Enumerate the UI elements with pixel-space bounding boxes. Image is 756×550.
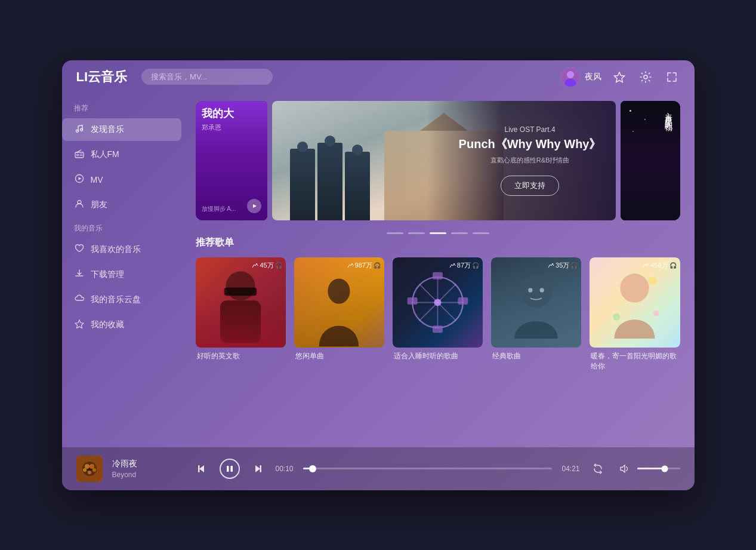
prev-btn[interactable] xyxy=(193,460,210,477)
app-window: LI云音乐 夜风 xyxy=(62,60,695,490)
svg-point-41 xyxy=(88,471,91,474)
svg-point-40 xyxy=(83,468,87,472)
banner-left-title: 我的大 xyxy=(202,107,261,121)
sidebar-label-mv: MV xyxy=(91,175,103,185)
svg-point-28 xyxy=(520,275,552,307)
svg-marker-13 xyxy=(75,320,84,328)
svg-point-42 xyxy=(92,468,96,472)
banner-right[interactable]: 来自星星的礼物 xyxy=(621,101,680,220)
banner-main[interactable]: Live OST Part.4 Punch《Why Why Why》 直戳心底的… xyxy=(272,101,616,220)
banner-main-subtitle: Live OST Part.4 xyxy=(459,125,601,134)
svg-point-31 xyxy=(621,274,649,302)
banner-left-subtitle: 郑承恩 xyxy=(202,123,261,132)
playlist-card-2[interactable]: 987万🎧 悠闲单曲 xyxy=(294,257,384,371)
player-song-title: 冷雨夜 xyxy=(112,459,184,469)
avatar xyxy=(561,67,580,87)
progress-container[interactable] xyxy=(303,468,553,469)
volume-icon-btn[interactable] xyxy=(616,460,632,477)
settings-icon-btn[interactable] xyxy=(637,69,654,85)
sidebar-item-discover[interactable]: 发现音乐 xyxy=(62,118,181,141)
volume-track[interactable] xyxy=(637,468,680,469)
svg-rect-46 xyxy=(260,465,261,472)
banner-left-play[interactable] xyxy=(247,199,261,213)
volume-fill xyxy=(637,468,665,469)
svg-rect-27 xyxy=(458,297,468,305)
sidebar-item-cloud[interactable]: 我的音乐云盘 xyxy=(62,288,181,311)
svg-rect-44 xyxy=(227,466,229,472)
progress-thumb[interactable] xyxy=(309,465,316,472)
loop-btn[interactable] xyxy=(590,460,606,477)
sidebar-label-cloud: 我的音乐云盘 xyxy=(91,294,141,305)
svg-point-4 xyxy=(644,75,647,79)
banner-dots xyxy=(196,232,680,234)
svg-point-33 xyxy=(613,313,621,320)
sidebar-item-mv[interactable]: MV xyxy=(62,168,181,191)
person-icon xyxy=(74,199,85,211)
playlist-card-3[interactable]: 87万🎧 适合入睡时听的歌曲 xyxy=(393,257,483,371)
main-content: 推荐 发现音乐 xyxy=(62,94,695,447)
sidebar-item-privatefm[interactable]: 私人FM xyxy=(62,143,181,166)
svg-point-1 xyxy=(567,71,574,78)
sidebar-label-friends: 朋友 xyxy=(91,199,107,210)
count-4: 35万 xyxy=(556,261,569,270)
user-info: 夜风 xyxy=(561,67,601,87)
current-time: 00:10 xyxy=(276,465,294,473)
expand-icon-btn[interactable] xyxy=(664,69,680,85)
count-3: 87万 xyxy=(457,261,471,270)
playlist-name-4: 经典歌曲 xyxy=(491,351,581,361)
playlist-card-4[interactable]: 35万🎧 经典歌曲 xyxy=(491,257,581,371)
player-info: 冷雨夜 Beyond xyxy=(112,459,184,479)
mymusic-section-label: 我的音乐 xyxy=(62,219,181,236)
volume-thumb[interactable] xyxy=(662,465,668,472)
sidebar-item-liked[interactable]: 我喜欢的音乐 xyxy=(62,238,181,261)
star-icon-btn[interactable] xyxy=(611,69,628,85)
banner-dot-1[interactable] xyxy=(387,232,403,234)
svg-point-6 xyxy=(80,128,82,131)
banner-dot-4[interactable] xyxy=(451,232,468,234)
svg-point-29 xyxy=(528,288,532,292)
svg-point-32 xyxy=(649,276,658,285)
playlist-name-2: 悠闲单曲 xyxy=(294,351,384,361)
sidebar-label-download: 下载管理 xyxy=(91,269,124,280)
playlist-name-3: 适合入睡时听的歌曲 xyxy=(393,351,483,361)
total-time: 04:21 xyxy=(561,465,579,473)
banner-main-desc: 直戳心底的感性R&B抒情曲 xyxy=(459,156,601,165)
sidebar-label-favorites: 我的收藏 xyxy=(91,319,124,330)
svg-rect-24 xyxy=(433,272,443,279)
sidebar-item-favorites[interactable]: 我的收藏 xyxy=(62,314,181,336)
radio-icon xyxy=(74,149,85,161)
player-controls xyxy=(193,459,266,479)
right-content: 我的大 郑承恩 放慢脚步 A... xyxy=(181,94,695,447)
download-icon xyxy=(74,269,85,281)
banner-support-btn[interactable]: 立即支持 xyxy=(501,176,559,196)
player-bar: 冷雨夜 Beyond xyxy=(62,447,695,490)
player-album-art xyxy=(76,456,103,482)
svg-marker-3 xyxy=(614,72,624,82)
svg-point-39 xyxy=(90,464,94,469)
pause-btn[interactable] xyxy=(220,459,240,479)
sidebar-label-discover: 发现音乐 xyxy=(91,124,124,135)
svg-point-38 xyxy=(85,464,90,469)
star-outline-icon xyxy=(74,319,85,331)
svg-point-34 xyxy=(653,310,659,316)
playlist-name-1: 好听的英文歌 xyxy=(196,351,286,361)
banner-dot-2[interactable] xyxy=(408,232,425,234)
progress-track[interactable] xyxy=(303,468,553,469)
user-name: 夜风 xyxy=(585,72,601,82)
next-btn[interactable] xyxy=(249,460,266,477)
sidebar-item-download[interactable]: 下载管理 xyxy=(62,263,181,286)
search-input[interactable] xyxy=(141,69,273,85)
playlist-card-5[interactable]: 456万🎧 暖春，寄一首阳光明媚的歌给你 xyxy=(590,257,680,371)
banner-dot-3[interactable] xyxy=(430,232,446,234)
banner-right-text: 来自星星的礼物 xyxy=(664,107,674,119)
sidebar: 推荐 发现音乐 xyxy=(62,94,181,447)
banner-left[interactable]: 我的大 郑承恩 放慢脚步 A... xyxy=(196,101,267,220)
banner-dot-5[interactable] xyxy=(473,232,489,234)
svg-rect-45 xyxy=(230,466,233,472)
heart-icon xyxy=(74,244,85,256)
playlist-card-1[interactable]: 45万🎧 好听的英文歌 xyxy=(196,257,286,371)
banner-area: 我的大 郑承恩 放慢脚步 A... xyxy=(196,101,680,220)
banner-main-title: Punch《Why Why Why》 xyxy=(459,136,601,152)
svg-point-30 xyxy=(540,288,544,292)
sidebar-item-friends[interactable]: 朋友 xyxy=(62,193,181,216)
